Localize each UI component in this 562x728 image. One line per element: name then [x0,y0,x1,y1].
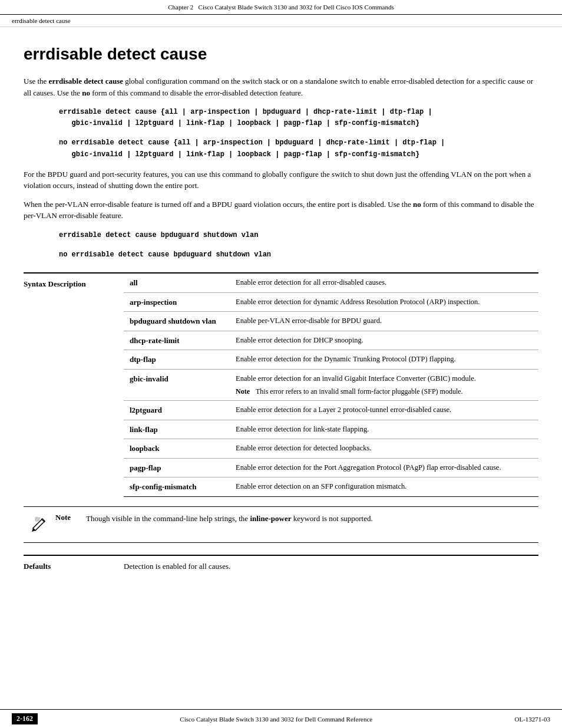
breadcrumb: errdisable detect cause [0,15,562,27]
table-row: sfp-config-mismatch Enable error detecti… [124,477,538,497]
syntax-term: sfp-config-mismatch [124,477,230,497]
code-block-2: no errdisable detect cause {all | arp-in… [59,137,503,160]
syntax-desc: Enable error detection on an SFP configu… [230,477,538,497]
code-block-3: errdisable detect cause bpduguard shutdo… [59,230,503,241]
syntax-desc: Enable error detection for link-state fl… [230,420,538,439]
syntax-section: Syntax Description all Enable error dete… [24,272,538,497]
footer-center-text: Cisco Catalyst Blade Switch 3130 and 303… [180,716,372,723]
header-title: Cisco Catalyst Blade Switch 3130 and 303… [199,4,394,11]
table-row: loopback Enable error detection for dete… [124,439,538,459]
syntax-desc: Enable error detection for DHCP snooping… [230,331,538,350]
note-inline-label: Note [236,386,250,397]
main-content: errdisable detect cause Use the errdisab… [0,27,562,583]
footer-page-number: 2-162 [12,713,38,724]
table-row: pagp-flap Enable error detection for the… [124,458,538,477]
syntax-term: l2ptguard [124,401,230,420]
page-title: errdisable detect cause [24,45,538,64]
note-pencil-icon [29,515,48,534]
code-block-1: errdisable detect cause {all | arp-inspe… [59,107,503,129]
intro-paragraph-3: When the per-VLAN error-disable feature … [24,199,538,222]
breadcrumb-text: errdisable detect cause [12,17,71,24]
intro-paragraph-2: For the BPDU guard and port-security fea… [24,169,538,192]
table-row: dtp-flap Enable error detection for the … [124,350,538,370]
defaults-label: Defaults [24,562,124,571]
footer-right-text: OL-13271-03 [515,716,551,723]
syntax-term: dtp-flap [124,350,230,370]
table-row: dhcp-rate-limit Enable error detection f… [124,331,538,350]
syntax-desc: Enable error detection for the Port Aggr… [230,458,538,477]
syntax-table: all Enable error detection for all error… [124,274,538,497]
defaults-text: Detection is enabled for all causes. [124,562,538,571]
syntax-term: loopback [124,439,230,459]
table-row: arp-inspection Enable error detection fo… [124,292,538,312]
syntax-desc: Enable error detection for dynamic Addre… [230,292,538,312]
table-row: bpduguard shutdown vlan Enable per-VLAN … [124,312,538,331]
defaults-section: Defaults Detection is enabled for all ca… [24,555,538,571]
table-row: l2ptguard Enable error detection for a L… [124,401,538,420]
note-box-text: Though visible in the command-line help … [86,513,538,525]
header-chapter: Chapter 2 [168,4,193,11]
table-row: all Enable error detection for all error… [124,274,538,292]
page-footer: 2-162 Cisco Catalyst Blade Switch 3130 a… [0,709,562,728]
syntax-term: all [124,274,230,292]
intro-paragraph-1: Use the errdisable detect cause global c… [24,75,538,98]
table-row: link-flap Enable error detection for lin… [124,420,538,439]
syntax-term: gbic-invalid [124,369,230,401]
note-box: Note Though visible in the command-line … [24,506,538,543]
syntax-desc: Enable error detection for detected loop… [230,439,538,459]
syntax-term: arp-inspection [124,292,230,312]
syntax-term: pagp-flap [124,458,230,477]
syntax-term: dhcp-rate-limit [124,331,230,350]
syntax-desc: Enable per-VLAN error-disable for BPDU g… [230,312,538,331]
code-block-4: no errdisable detect cause bpduguard shu… [59,249,503,261]
syntax-desc: Enable error detection for the Dynamic T… [230,350,538,370]
table-row: gbic-invalid Enable error detection for … [124,369,538,401]
note-icon [29,515,48,536]
syntax-description-label: Syntax Description [24,274,124,497]
page-header: Chapter 2 Cisco Catalyst Blade Switch 31… [0,0,562,15]
syntax-desc: Enable error detection for all error-dis… [230,274,538,292]
syntax-term: bpduguard shutdown vlan [124,312,230,331]
syntax-desc: Enable error detection for an invalid Gi… [230,369,538,401]
syntax-term: link-flap [124,420,230,439]
note-box-label: Note [55,513,79,522]
syntax-desc: Enable error detection for a Layer 2 pro… [230,401,538,420]
note-inline-text: This error refers to an invalid small fo… [256,386,463,397]
